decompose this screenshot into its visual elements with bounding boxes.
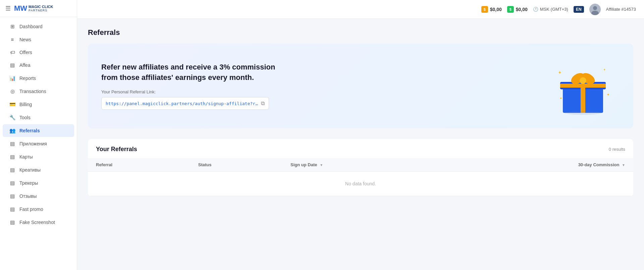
sidebar-item-fakescreenshot[interactable]: ▤Fake Screenshot [3, 216, 74, 229]
col-signup-date[interactable]: Sign up Date ▼ [282, 158, 435, 172]
sidebar-label-tools: Tools [19, 115, 31, 120]
apps-nav-icon: ▤ [9, 141, 15, 147]
balance-pending: $ $0,00 [481, 6, 502, 13]
sidebar-item-dashboard[interactable]: ⊞Dashboard [3, 20, 74, 33]
sidebar-label-news: News [19, 37, 31, 42]
sort-arrow-commission: ▼ [622, 163, 625, 167]
sidebar-nav: ⊞Dashboard≡News🏷Offers▤Affea📊Reports◎Tra… [0, 17, 77, 270]
main-container: $ $0,00 $ $0,00 🕐 MSK (GMT+3) EN Affilia… [77, 0, 644, 270]
offers-nav-icon: 🏷 [9, 49, 15, 55]
svg-text:✦: ✦ [559, 96, 562, 100]
billing-nav-icon: 💳 [9, 101, 15, 107]
balance-available: $ $0,00 [507, 6, 528, 13]
table-body: No data found. [88, 172, 633, 196]
sidebar-label-creatives: Креативы [19, 167, 41, 173]
sidebar-label-affea: Affea [19, 62, 30, 68]
sidebar-label-fastpromo: Fast promo [19, 207, 43, 212]
creatives-nav-icon: ▤ [9, 167, 15, 173]
referral-link-text: https://panel.magicclick.partners/auth/s… [106, 101, 258, 106]
language-switcher[interactable]: EN [574, 6, 584, 13]
col-status: Status [190, 158, 282, 172]
logo: MW MAGIC CLICK PARTNERS [14, 4, 53, 13]
sidebar-label-reviews: Отзывы [19, 193, 37, 199]
col-commission[interactable]: 30-day Commission ▼ [435, 158, 633, 172]
fakescreenshot-nav-icon: ▤ [9, 219, 15, 225]
sidebar-item-creatives[interactable]: ▤Креативы [3, 164, 74, 176]
copy-link-button[interactable]: ⧉ [261, 100, 265, 106]
sidebar-item-offers[interactable]: 🏷Offers [3, 46, 74, 58]
referrals-table: Referral Status Sign up Date ▼ 30-day Co… [88, 158, 633, 196]
referral-link-label: Your Personal Referral Link: [101, 89, 546, 94]
user-avatar[interactable] [589, 4, 601, 15]
svg-point-9 [580, 77, 586, 84]
dashboard-nav-icon: ⊞ [9, 24, 15, 30]
reviews-nav-icon: ▤ [9, 193, 15, 199]
sidebar-label-dashboard: Dashboard [19, 24, 43, 29]
user-label: Affiliate #14573 [606, 7, 636, 12]
sidebar-label-referrals: Referrals [19, 128, 40, 133]
referrals-section: Your Referrals 0 results Referral Status… [88, 139, 633, 196]
timezone: 🕐 MSK (GMT+3) [533, 7, 568, 12]
referrals-header: Your Referrals 0 results [88, 139, 633, 158]
no-data-row: No data found. [88, 172, 633, 196]
balance-pending-icon: $ [481, 6, 488, 13]
cards-nav-icon: ▤ [9, 154, 15, 160]
table-head: Referral Status Sign up Date ▼ 30-day Co… [88, 158, 633, 172]
sidebar-item-apps[interactable]: ▤Приложения [3, 137, 74, 150]
sidebar-item-transactions[interactable]: ◎Transactions [3, 85, 74, 98]
trackers-nav-icon: ▤ [9, 180, 15, 186]
sidebar-label-offers: Offers [19, 50, 32, 55]
svg-text:✦: ✦ [603, 68, 606, 72]
fastpromo-nav-icon: ▤ [9, 206, 15, 212]
sidebar-item-tools[interactable]: 🔧Tools [3, 111, 74, 124]
sidebar-label-apps: Приложения [19, 141, 47, 146]
sidebar-label-reports: Reports [19, 76, 36, 81]
sidebar-label-fakescreenshot: Fake Screenshot [19, 220, 55, 225]
sidebar-item-news[interactable]: ≡News [3, 33, 74, 46]
sidebar-header: ☰ MW MAGIC CLICK PARTNERS [0, 0, 77, 17]
transactions-nav-icon: ◎ [9, 88, 15, 94]
svg-point-1 [593, 6, 597, 10]
balance-pending-value: $0,00 [490, 7, 502, 12]
referral-text: Refer new affiliates and receive a 3% co… [101, 62, 546, 110]
no-data-cell: No data found. [88, 172, 633, 196]
sidebar-item-cards[interactable]: ▤Карты [3, 150, 74, 163]
sidebar-item-referrals[interactable]: 👥Referrals [3, 124, 74, 137]
logo-text-block: MAGIC CLICK PARTNERS [29, 5, 53, 12]
referral-headline: Refer new affiliates and receive a 3% co… [101, 62, 276, 83]
col-referral: Referral [88, 158, 190, 172]
clock-icon: 🕐 [533, 7, 538, 12]
svg-point-14 [565, 111, 601, 115]
referrals-title: Your Referrals [96, 146, 137, 153]
logo-letters: MW [14, 4, 27, 13]
svg-text:✦: ✦ [558, 70, 562, 75]
sidebar-item-reports[interactable]: 📊Reports [3, 72, 74, 85]
sidebar-label-cards: Карты [19, 154, 33, 160]
sidebar-label-trackers: Трекеры [19, 180, 38, 186]
sidebar-item-reviews[interactable]: ▤Отзывы [3, 190, 74, 203]
referral-banner: Refer new affiliates and receive a 3% co… [88, 44, 633, 128]
gift-box-svg: ✦ ✦ ✦ ✦ [553, 56, 613, 116]
sidebar-item-trackers[interactable]: ▤Трекеры [3, 177, 74, 189]
referrals-nav-icon: 👥 [9, 128, 15, 134]
content-area: Referrals Refer new affiliates and recei… [77, 19, 644, 270]
svg-text:✦: ✦ [606, 92, 610, 97]
tools-nav-icon: 🔧 [9, 115, 15, 121]
sidebar-item-billing[interactable]: 💳Billing [3, 98, 74, 111]
news-nav-icon: ≡ [9, 37, 15, 42]
referral-link-box: https://panel.magicclick.partners/auth/s… [101, 97, 269, 110]
sidebar-label-billing: Billing [19, 102, 32, 107]
table-header-row: Referral Status Sign up Date ▼ 30-day Co… [88, 158, 633, 172]
sidebar-item-fastpromo[interactable]: ▤Fast promo [3, 203, 74, 216]
svg-rect-5 [581, 88, 585, 113]
page-title: Referrals [88, 28, 633, 37]
sidebar: ☰ MW MAGIC CLICK PARTNERS ⊞Dashboard≡New… [0, 0, 77, 270]
results-count: 0 results [609, 147, 625, 152]
menu-toggle-icon[interactable]: ☰ [5, 5, 11, 12]
sidebar-label-transactions: Transactions [19, 89, 46, 94]
timezone-text: MSK (GMT+3) [540, 7, 568, 12]
brand-sub: PARTNERS [29, 9, 53, 12]
sidebar-item-affea[interactable]: ▤Affea [3, 59, 74, 72]
gift-illustration: ✦ ✦ ✦ ✦ [546, 56, 620, 116]
brand-name: MAGIC CLICK [29, 5, 53, 9]
